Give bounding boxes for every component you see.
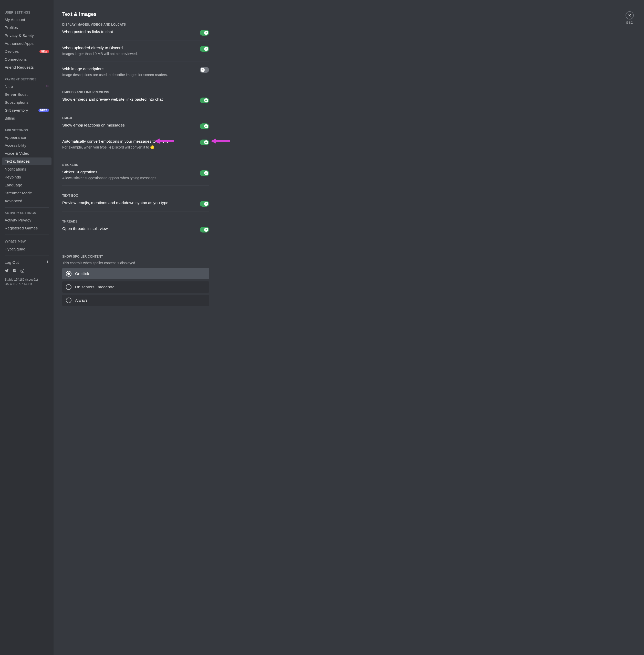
spoiler-header: SHOW SPOILER CONTENT [62,255,209,258]
sidebar-badge: NEW [40,50,49,53]
settings-group-header: EMBEDS AND LINK PREVIEWS [62,90,209,94]
sidebar-item-nitro[interactable]: Nitro [2,83,51,90]
toggle-when-uploaded-directly-to-discord[interactable] [200,46,209,52]
settings-sidebar: USER SETTINGSMy AccountProfilesPrivacy &… [0,0,53,655]
settings-row: Preview emojis, mentions and markdown sy… [62,200,209,211]
sidebar-item-language[interactable]: Language [2,181,51,189]
x-icon [201,68,205,72]
settings-row-desc: Allows sticker suggestions to appear whe… [62,176,195,181]
settings-row-desc: Image descriptions are used to describe … [62,73,195,77]
sidebar-item-log-out[interactable]: Log Out [2,258,51,266]
svg-point-4 [23,270,24,270]
sidebar-item-advanced[interactable]: Advanced [2,197,51,205]
sidebar-item-label: Billing [5,116,15,121]
sidebar-item-registered-games[interactable]: Registered Games [2,224,51,232]
nitro-icon [45,84,49,89]
sidebar-badge: BETA [39,109,49,112]
sidebar-item-hypesquad[interactable]: HypeSquad [2,245,51,253]
sidebar-item-label: Server Boost [5,92,28,97]
toggle-show-embeds-and-preview-website-links-pa[interactable] [200,98,209,103]
sidebar-item-connections[interactable]: Connections [2,55,51,63]
sidebar-item-notifications[interactable]: Notifications [2,165,51,173]
sidebar-item-text-images[interactable]: Text & Images [2,158,51,165]
sidebar-item-my-account[interactable]: My Account [2,16,51,24]
settings-row: When uploaded directly to DiscordImages … [62,45,209,62]
sidebar-item-label: Keybinds [5,175,21,180]
settings-row-desc: Images larger than 10 MB will not be pre… [62,52,195,56]
settings-row: Sticker SuggestionsAllows sticker sugges… [62,169,209,186]
settings-row-title: Preview emojis, mentions and markdown sy… [62,201,195,205]
sidebar-item-activity-privacy[interactable]: Activity Privacy [2,216,51,224]
sidebar-item-keybinds[interactable]: Keybinds [2,173,51,181]
check-icon [204,124,208,128]
close-button[interactable]: ESC [625,11,634,25]
radio-label: Always [75,298,88,303]
twitter-icon[interactable] [5,268,9,274]
facebook-icon[interactable] [13,268,17,274]
sidebar-item-label: Language [5,183,22,187]
sidebar-item-label: Text & Images [5,159,30,164]
version-info: Stable 154186 (fccec91)OS X 10.15.7 64-B… [2,277,51,287]
check-icon [204,228,208,232]
sidebar-item-billing[interactable]: Billing [2,114,51,122]
radio-icon [66,284,71,290]
settings-row-title: Show embeds and preview website links pa… [62,97,195,102]
svg-point-1 [47,86,47,86]
close-icon [625,11,634,20]
sidebar-item-label: Friend Requests [5,65,34,70]
settings-row: Show emoji reactions on messages [62,122,209,134]
settings-row: When posted as links to chat [62,29,209,41]
settings-group-header: TEXT BOX [62,194,209,197]
toggle-preview-emojis-mentions-and-markdown-syn[interactable] [200,201,209,207]
sidebar-item-devices[interactable]: DevicesNEW [2,48,51,55]
sidebar-section-header: ACTIVITY SETTINGS [2,210,51,216]
sidebar-item-label: Profiles [5,25,18,30]
sidebar-item-friend-requests[interactable]: Friend Requests [2,64,51,71]
sidebar-item-label: Advanced [5,199,22,203]
sidebar-item-gift-inventory[interactable]: Gift inventoryBETA [2,107,51,114]
sidebar-item-streamer-mode[interactable]: Streamer Mode [2,189,51,197]
check-icon [204,31,208,35]
settings-row: With image descriptionsImage description… [62,66,209,83]
sidebar-item-server-boost[interactable]: Server Boost [2,91,51,98]
settings-row-title: With image descriptions [62,67,195,71]
settings-row-title: Sticker Suggestions [62,170,195,174]
sidebar-divider [5,125,49,125]
sidebar-item-accessibility[interactable]: Accessibility [2,142,51,149]
check-icon [204,202,208,206]
settings-group-header: THREADS [62,220,209,223]
sidebar-item-authorised-apps[interactable]: Authorised Apps [2,40,51,47]
sidebar-item-appearance[interactable]: Appearance [2,134,51,141]
sidebar-item-label: Log Out [5,260,19,265]
toggle-show-emoji-reactions-on-messages[interactable] [200,123,209,129]
sidebar-section-header: PAYMENT SETTINGS [2,76,51,83]
sidebar-item-subscriptions[interactable]: Subscriptions [2,99,51,106]
settings-content: ESC Text & Images DISPLAY IMAGES, VIDEOS… [53,0,644,655]
radio-option-always[interactable]: Always [62,295,209,306]
close-kb-hint: ESC [625,21,634,25]
radio-option-on-servers-i-moderate[interactable]: On servers I moderate [62,281,209,293]
check-icon [204,47,208,51]
sidebar-item-label: Notifications [5,167,26,171]
sidebar-item-profiles[interactable]: Profiles [2,24,51,31]
sidebar-item-label: Connections [5,57,27,62]
sidebar-item-voice-video[interactable]: Voice & Video [2,149,51,157]
sidebar-item-what-s-new[interactable]: What's New [2,237,51,245]
settings-row: Open threads in split view [62,226,209,237]
check-icon [204,140,208,144]
sidebar-item-label: Nitro [5,84,13,89]
sidebar-item-label: Privacy & Safety [5,33,34,38]
toggle-when-posted-as-links-to-chat[interactable] [200,30,209,36]
sidebar-item-label: Streamer Mode [5,191,32,195]
settings-group-header: STICKERS [62,163,209,167]
sidebar-item-privacy-safety[interactable]: Privacy & Safety [2,32,51,40]
toggle-automatically-convert-emoticons-in-your-[interactable] [200,140,209,145]
toggle-open-threads-in-split-view[interactable] [200,227,209,233]
toggle-with-image-descriptions[interactable] [200,67,209,73]
version-line: OS X 10.15.7 64-Bit [5,282,49,286]
toggle-sticker-suggestions[interactable] [200,170,209,176]
sidebar-item-label: Subscriptions [5,100,28,105]
instagram-icon[interactable] [20,268,25,274]
sidebar-item-label: Devices [5,49,19,54]
radio-option-on-click[interactable]: On click [62,268,209,279]
